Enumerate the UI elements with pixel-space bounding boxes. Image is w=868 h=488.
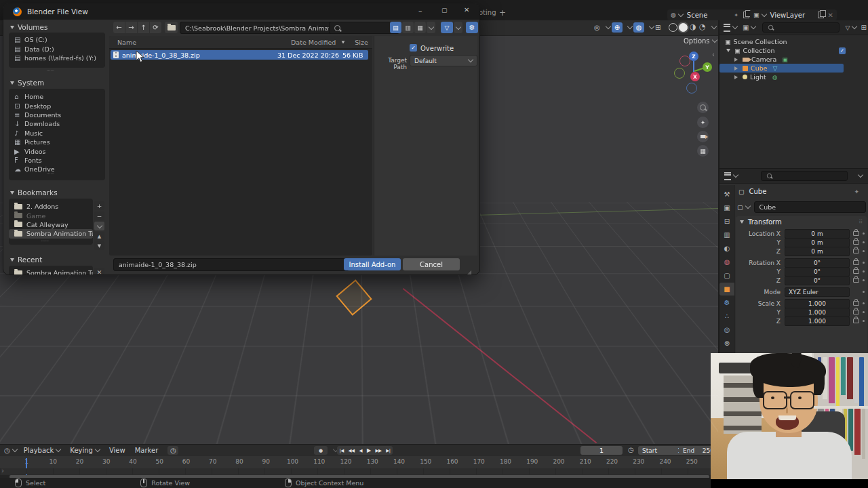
object-data-icon[interactable]: ▢	[737, 204, 743, 211]
value-field[interactable]: 0°	[785, 258, 850, 268]
move-bookmark-up-button[interactable]: ▲	[94, 232, 104, 241]
animate-dot-icon[interactable]	[863, 279, 865, 281]
filter-icon[interactable]: ▽	[845, 24, 850, 31]
prev-keyframe-button[interactable]: ◀◀	[349, 448, 355, 453]
collapse-region-icon[interactable]: ‹	[712, 51, 715, 58]
ruler-frame-label[interactable]: 140	[393, 458, 405, 465]
zoom-tool-icon[interactable]	[697, 102, 709, 113]
recent-section-header[interactable]: Recent	[10, 256, 42, 264]
pan-hand-icon[interactable]: ✦	[697, 117, 709, 128]
close-button[interactable]: ✕	[464, 6, 469, 14]
animate-dot-icon[interactable]	[863, 270, 865, 272]
properties-tab[interactable]: ◎	[719, 323, 734, 336]
chevron-down-icon[interactable]	[649, 24, 654, 29]
ruler-frame-label[interactable]: 120	[340, 458, 351, 465]
bookmark-item[interactable]: Sombra Animation Tuto...	[9, 229, 93, 238]
minimize-button[interactable]: –	[418, 6, 422, 15]
value-field[interactable]: XYZ Euler	[785, 287, 850, 297]
sidebar-item[interactable]: ♪Music	[9, 129, 105, 138]
sort-icon[interactable]	[342, 41, 345, 43]
display-thumbnails-icon[interactable]: ▦	[414, 22, 426, 33]
column-date-modified[interactable]: Date Modified	[291, 39, 336, 46]
scene-selector[interactable]: ◍ Scene ✦	[667, 9, 753, 20]
workspace-tab-partial[interactable]: oting	[479, 9, 496, 16]
pin-icon[interactable]: ✦	[854, 188, 859, 195]
volumes-section-header[interactable]: Volumes	[10, 23, 48, 31]
properties-tab[interactable]: ▣	[719, 201, 734, 214]
outliner-row-cube[interactable]: Cube ▽	[719, 64, 868, 73]
gizmo-axis-z[interactable]: Z	[689, 52, 698, 61]
outliner-filter-mode-icon[interactable]: ▣	[743, 24, 749, 31]
animate-dot-icon[interactable]	[863, 262, 865, 264]
filter-options-dropdown[interactable]	[454, 22, 462, 33]
sidebar-item[interactable]: ⌂Home	[9, 92, 105, 101]
sidebar-item[interactable]: ▦Pictures	[9, 138, 105, 146]
settings-gear-icon[interactable]: ⚙	[466, 22, 478, 33]
add-bookmark-button[interactable]: +	[94, 201, 104, 210]
filter-toggle-icon[interactable]: ▽	[441, 22, 453, 33]
properties-search-input[interactable]	[761, 171, 848, 181]
gizmo-axis-y-neg[interactable]	[679, 56, 690, 66]
animate-dot-icon[interactable]	[863, 232, 865, 235]
bookmark-item[interactable]: 2. Addons	[9, 202, 93, 211]
overwrite-checkbox[interactable]: ✓	[410, 44, 417, 52]
bookmark-item[interactable]: Cat Alleyway	[9, 220, 93, 229]
properties-tab[interactable]: ▢	[719, 269, 734, 282]
value-field[interactable]: 0 m	[785, 238, 850, 247]
ruler-frame-label[interactable]: 70	[209, 458, 216, 465]
sidebar-item[interactable]: FFonts	[9, 156, 105, 165]
outliner-row-scene-collection[interactable]: ▣Scene Collection	[719, 37, 868, 46]
xray-toggle-icon[interactable]: ⊞	[655, 24, 660, 31]
value-field[interactable]: 0 m	[785, 247, 850, 256]
path-field[interactable]: C:\Seabrook\Blender Projects\Sombra Anim…	[180, 22, 337, 34]
ruler-frame-label[interactable]: 170	[473, 458, 485, 465]
jump-end-button[interactable]: ▶|	[386, 448, 390, 453]
expand-channels-icon[interactable]: ›	[1, 467, 4, 474]
shading-wireframe-icon[interactable]	[669, 23, 677, 32]
cancel-button[interactable]: Cancel	[403, 258, 460, 270]
ruler-frame-label[interactable]: 130	[367, 458, 378, 465]
animate-dot-icon[interactable]	[863, 291, 865, 293]
timeline-channels[interactable]	[0, 468, 719, 474]
chevron-down-icon[interactable]	[606, 24, 611, 29]
lock-icon[interactable]	[853, 249, 859, 253]
file-row-selected[interactable]: animaide-1_0_38_38.zip 31 Dec 2022 20:26…	[111, 50, 368, 60]
sidebar-item[interactable]: ▤homes (\\alfred-fs) (Y:)	[9, 54, 105, 62]
refresh-button[interactable]: ⟳	[150, 22, 161, 33]
sidebar-item[interactable]: ↓Downloads	[9, 119, 105, 128]
ruler-frame-label[interactable]: 30	[102, 458, 110, 465]
properties-tab[interactable]: ⚙	[719, 296, 734, 309]
target-path-dropdown[interactable]: Default	[410, 55, 477, 66]
sidebar-item[interactable]: ≡Documents	[9, 110, 105, 119]
lock-icon[interactable]	[853, 260, 859, 265]
transform-panel-header[interactable]: Transform ⠿	[736, 216, 867, 227]
camera-view-icon[interactable]	[697, 131, 709, 142]
ruler-frame-label[interactable]: 250	[686, 458, 698, 465]
record-button[interactable]: ●	[314, 446, 328, 455]
outliner-display-mode-icon[interactable]	[724, 24, 730, 32]
chevron-down-icon[interactable]	[627, 24, 633, 29]
properties-tab[interactable]: ⊗	[719, 337, 734, 350]
new-folder-button[interactable]	[165, 22, 178, 33]
column-size[interactable]: Size	[355, 39, 368, 46]
outliner-row-collection[interactable]: ▣Collection ✓	[719, 46, 868, 55]
navigation-gizmo[interactable]: Z Y X	[670, 49, 717, 96]
forward-button[interactable]: →	[125, 22, 137, 33]
properties-tab[interactable]: ∴	[719, 310, 734, 323]
value-field[interactable]: 1.000	[785, 317, 850, 326]
menu-marker[interactable]: Marker	[135, 447, 159, 454]
menu-keying[interactable]: Keying	[70, 447, 100, 454]
ruler-frame-label[interactable]: 90	[262, 458, 270, 465]
animate-dot-icon[interactable]	[863, 250, 865, 252]
bookmark-item[interactable]: Game	[9, 211, 93, 220]
properties-tab[interactable]: ⚒	[719, 188, 734, 201]
gizmo-axis-y[interactable]: Y	[703, 62, 712, 72]
sidebar-item[interactable]: ▤OS (C:)	[9, 35, 105, 44]
menu-view[interactable]: View	[109, 447, 125, 454]
animate-dot-icon[interactable]	[863, 320, 865, 322]
filename-input[interactable]: animaide-1_0_38_38.zip	[113, 258, 349, 271]
remove-bookmark-button[interactable]: −	[94, 211, 104, 220]
options-dropdown[interactable]: Options	[684, 37, 717, 45]
chevron-down-icon[interactable]	[711, 24, 717, 29]
clear-recent-button[interactable]: ✕	[94, 268, 104, 275]
